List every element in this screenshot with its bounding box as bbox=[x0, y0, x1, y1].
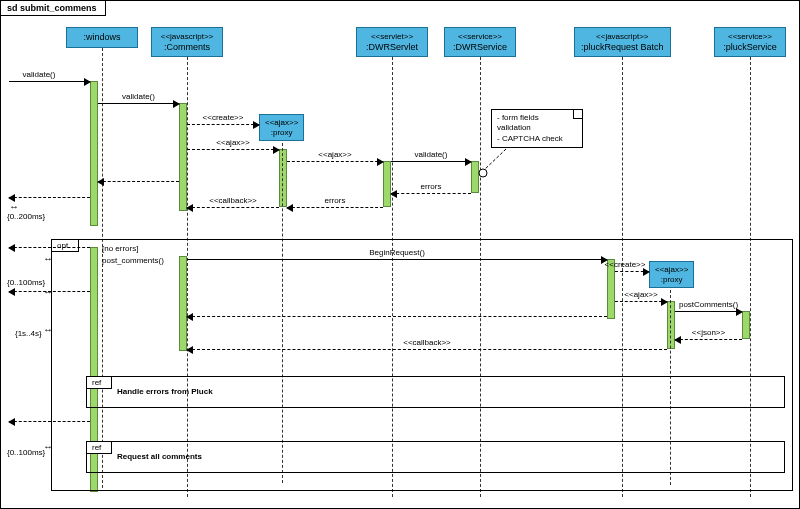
message-label: validate() bbox=[23, 70, 56, 79]
message-label: <<create>> bbox=[203, 113, 244, 122]
ref-label: Request all comments bbox=[117, 452, 202, 461]
timing-constraint: {1s..4s} bbox=[15, 329, 42, 338]
timing-constraint bbox=[41, 441, 55, 452]
return-arrow: <<json>> bbox=[675, 339, 742, 340]
return-arrow bbox=[98, 181, 179, 182]
fragment-operator: ref bbox=[87, 442, 112, 454]
activation-bar bbox=[471, 161, 479, 193]
fragment-operator: opt bbox=[52, 240, 79, 252]
message-arrow: BeginRequest() bbox=[187, 259, 607, 260]
message-arrow: <<ajax>> bbox=[615, 301, 667, 302]
lifeline-windows: :windows bbox=[66, 27, 138, 48]
note-line: - CAPTCHA check bbox=[497, 134, 577, 144]
message-label: BeginRequest() bbox=[369, 248, 425, 257]
message-arrow: validate() bbox=[9, 81, 90, 82]
message-arrow: <<ajax>> bbox=[187, 149, 279, 150]
fragment-ref: ref Handle errors from Pluck bbox=[86, 376, 785, 408]
note-line: validation bbox=[497, 123, 577, 133]
return-arrow bbox=[9, 197, 90, 198]
timing-label: {1s..4s} bbox=[15, 329, 42, 338]
message-label: validate() bbox=[122, 92, 155, 101]
fragment-ref: ref Request all comments bbox=[86, 441, 785, 473]
timing-constraint bbox=[41, 324, 55, 335]
activation-bar bbox=[90, 81, 98, 226]
fragment-guard: [no errors] bbox=[102, 244, 138, 253]
return-arrow: <<callback>> bbox=[187, 349, 667, 350]
lifeline-dwrservice: <<service>>:DWRService bbox=[444, 27, 516, 57]
lifeline-label: :Comments bbox=[158, 42, 216, 53]
message-label: errors bbox=[325, 196, 346, 205]
lifeline-pluckservice: <<service>>:pluckService bbox=[714, 27, 786, 57]
sequence-diagram-frame: sd submit_commens :windows <<javascript>… bbox=[0, 0, 800, 509]
activation-bar bbox=[383, 161, 391, 207]
message-create-arrow: <<create>> bbox=[615, 271, 649, 272]
svg-line-0 bbox=[483, 149, 506, 171]
message-label: validate() bbox=[415, 150, 448, 159]
return-arrow: errors bbox=[391, 193, 471, 194]
timing-label: {0..100ms} bbox=[7, 448, 45, 457]
message-label: <<json>> bbox=[692, 328, 725, 337]
return-arrow bbox=[187, 316, 607, 317]
message-label: <<ajax>> bbox=[318, 150, 351, 159]
stereotype-label: <<ajax>> bbox=[265, 118, 298, 128]
lifeline-pluckrequestbatch: <<javascript>>:pluckRequest Batch bbox=[574, 27, 671, 57]
message-label: <<callback>> bbox=[209, 196, 257, 205]
timing-label: {0..200ms} bbox=[7, 212, 45, 221]
message-label: errors bbox=[421, 182, 442, 191]
timing-constraint bbox=[41, 286, 55, 297]
message-arrow: postComments() bbox=[675, 311, 742, 312]
timing-constraint: {0..200ms} bbox=[7, 201, 45, 221]
message-label: <<ajax>> bbox=[216, 138, 249, 147]
stereotype-label: <<javascript>> bbox=[158, 32, 216, 42]
message-label: <<ajax>> bbox=[624, 290, 657, 299]
lifeline-proxy-created: <<ajax>> :proxy bbox=[259, 114, 304, 141]
timing-constraint: {0..100ms} bbox=[7, 278, 45, 287]
return-arrow bbox=[9, 421, 90, 422]
timing-constraint bbox=[41, 253, 55, 264]
activation-bar bbox=[279, 149, 287, 207]
return-arrow bbox=[9, 247, 90, 248]
diagram-title: sd submit_commens bbox=[1, 1, 106, 16]
lifeline-label: :pluckRequest Batch bbox=[581, 42, 664, 53]
message-label: <<create>> bbox=[605, 260, 646, 269]
note-box: - form fields validation - CAPTCHA check bbox=[491, 109, 583, 148]
message-arrow: <<ajax>> bbox=[287, 161, 383, 162]
lifeline-label: :DWRService bbox=[451, 42, 509, 53]
lifeline-label: :pluckService bbox=[721, 42, 779, 53]
ref-label: Handle errors from Pluck bbox=[117, 387, 213, 396]
message-create-arrow: <<create>> bbox=[187, 124, 259, 125]
message-label: <<callback>> bbox=[403, 338, 451, 347]
return-arrow: errors bbox=[287, 207, 383, 208]
stereotype-label: <<javascript>> bbox=[581, 32, 664, 42]
lifeline-label: :windows bbox=[73, 32, 131, 43]
stereotype-label: <<service>> bbox=[451, 32, 509, 42]
lifeline-dwrservlet: <<servlet>>:DWRServlet bbox=[356, 27, 428, 57]
lifeline-comments: <<javascript>>:Comments bbox=[151, 27, 223, 57]
activation-bar bbox=[179, 103, 187, 211]
message-arrow: validate() bbox=[391, 161, 471, 162]
stereotype-label: <<service>> bbox=[721, 32, 779, 42]
message-label: postComments() bbox=[679, 300, 738, 309]
timing-constraint: {0..100ms} bbox=[7, 448, 45, 457]
lifeline-label: :DWRServlet bbox=[363, 42, 421, 53]
timing-label: {0..100ms} bbox=[7, 278, 45, 287]
fragment-label: post_comments() bbox=[102, 256, 164, 265]
fragment-operator: ref bbox=[87, 377, 112, 389]
return-arrow: <<callback>> bbox=[187, 207, 279, 208]
message-arrow: validate() bbox=[98, 103, 179, 104]
stereotype-label: <<servlet>> bbox=[363, 32, 421, 42]
lifeline-label: :proxy bbox=[265, 128, 298, 138]
note-line: - form fields bbox=[497, 113, 577, 123]
